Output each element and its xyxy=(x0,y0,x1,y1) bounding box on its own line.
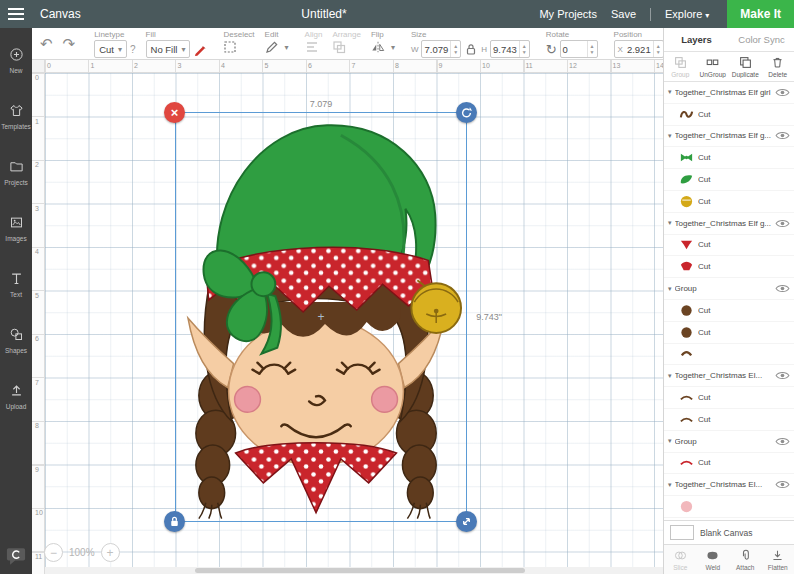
linetype-select[interactable]: Cut▾ xyxy=(94,40,127,58)
chevron-expand-icon[interactable]: ▾ xyxy=(668,437,672,445)
zoom-in-button[interactable]: + xyxy=(101,543,120,562)
position-x-field[interactable]: X 2.921 ▲▼ xyxy=(614,40,663,58)
sidebar-item-projects[interactable]: Projects xyxy=(0,144,32,200)
hamburger-menu-icon[interactable] xyxy=(0,0,32,28)
top-menu: My Projects Save Explore▾ Make It xyxy=(539,0,794,28)
layer-row[interactable]: Cut xyxy=(664,235,794,257)
layer-group-row[interactable]: ▾Together_Christmas El... xyxy=(664,365,794,387)
zoom-out-button[interactable]: − xyxy=(44,543,63,562)
layer-group-row[interactable]: ▾Together_Christmas Elf girl xyxy=(664,82,794,104)
edit-pencil-icon[interactable] xyxy=(265,40,279,54)
eye-visibility-icon[interactable] xyxy=(775,479,790,490)
ruler-number: 8 xyxy=(35,422,39,429)
layer-group-row[interactable]: ▾Group xyxy=(664,278,794,300)
attach-button[interactable]: Attach xyxy=(729,549,762,571)
layer-group-row[interactable]: ▾Together_Christmas Elf g... xyxy=(664,126,794,148)
resize-handle[interactable] xyxy=(456,511,477,532)
ruler-number: 7 xyxy=(352,62,356,69)
edit-group: Edit ▾ xyxy=(260,28,294,59)
redo-icon[interactable]: ↷ xyxy=(63,35,76,53)
weld-button[interactable]: Weld xyxy=(697,549,730,571)
eye-visibility-icon[interactable] xyxy=(775,87,790,98)
layer-row[interactable]: Cut xyxy=(664,409,794,431)
layer-row[interactable] xyxy=(664,344,794,366)
horizontal-scrollbar[interactable] xyxy=(45,567,663,574)
action-label: Slice xyxy=(673,564,687,571)
eye-visibility-icon[interactable] xyxy=(775,218,790,229)
eye-visibility-icon[interactable] xyxy=(775,130,790,141)
layer-row[interactable]: Cut xyxy=(664,453,794,475)
deselect-icon[interactable] xyxy=(223,40,237,54)
delete-button[interactable]: Delete xyxy=(762,56,794,78)
chevron-expand-icon[interactable]: ▾ xyxy=(668,88,672,96)
menu-explore[interactable]: Explore▾ xyxy=(665,8,709,20)
rotate-steppers[interactable]: ▲▼ xyxy=(587,41,597,57)
layer-row[interactable]: Cut xyxy=(664,169,794,191)
eye-visibility-icon[interactable] xyxy=(775,436,790,447)
selection-bounding-box[interactable]: 7.079 9.743" + × xyxy=(175,112,467,522)
flatten-button[interactable]: Flatten xyxy=(762,549,794,571)
slice-button[interactable]: Slice xyxy=(664,549,697,571)
duplicate-button[interactable]: Duplicate xyxy=(729,56,762,78)
layer-group-row[interactable]: ▾Together_Christmas Elf g... xyxy=(664,213,794,235)
sidebar-item-upload[interactable]: Upload xyxy=(0,368,32,424)
width-field[interactable]: 7.079 ▲▼ xyxy=(421,40,461,58)
layer-row[interactable]: Cut xyxy=(664,387,794,409)
make-it-button[interactable]: Make It xyxy=(727,0,794,28)
layer-label: Cut xyxy=(698,110,790,119)
menu-my-projects[interactable]: My Projects xyxy=(539,8,596,20)
chevron-down-icon[interactable]: ▾ xyxy=(285,43,289,52)
sidebar-item-new[interactable]: New xyxy=(0,32,32,88)
canvas-area[interactable]: 01234567891011121314 01234567891011 xyxy=(32,60,663,574)
fill-select[interactable]: No Fill▾ xyxy=(146,40,191,58)
layer-row[interactable]: Cut xyxy=(664,300,794,322)
chevron-expand-icon[interactable]: ▾ xyxy=(668,132,672,140)
layers-panel-actions: GroupUnGroupDuplicateDelete xyxy=(664,52,794,82)
layer-row[interactable]: Cut xyxy=(664,147,794,169)
sidebar-item-shapes[interactable]: Shapes xyxy=(0,312,32,368)
layer-row[interactable] xyxy=(664,496,794,518)
rotate-handle[interactable] xyxy=(456,102,477,123)
chevron-expand-icon[interactable]: ▾ xyxy=(668,219,672,227)
sidebar-item-text[interactable]: Text xyxy=(0,256,32,312)
position-label: Position xyxy=(614,30,663,39)
scrollbar-thumb[interactable] xyxy=(195,568,525,573)
layer-group-row[interactable]: ▾Group xyxy=(664,431,794,453)
chevron-down-icon[interactable]: ▾ xyxy=(391,43,395,52)
chevron-expand-icon[interactable]: ▾ xyxy=(668,285,672,293)
x-steppers[interactable]: ▲▼ xyxy=(653,41,663,57)
delete-handle[interactable]: × xyxy=(164,102,185,123)
eye-visibility-icon[interactable] xyxy=(775,370,790,381)
tab-layers[interactable]: Layers xyxy=(664,34,729,45)
document-title[interactable]: Untitled* xyxy=(301,7,346,21)
rotate-icon[interactable]: ↻ xyxy=(546,42,557,57)
chevron-expand-icon[interactable]: ▾ xyxy=(668,481,672,489)
sidebar-item-images[interactable]: Images xyxy=(0,200,32,256)
aspect-lock-icon[interactable] xyxy=(464,42,478,56)
layer-row[interactable]: Cut xyxy=(664,322,794,344)
help-icon[interactable]: ? xyxy=(130,44,136,55)
blank-canvas-row[interactable]: Blank Canvas xyxy=(664,520,794,544)
layer-row[interactable]: Cut xyxy=(664,191,794,213)
layer-group-row[interactable]: ▾Together_Christmas El... xyxy=(664,474,794,496)
pen-icon[interactable] xyxy=(193,42,207,56)
layer-thumbnail xyxy=(679,346,694,361)
chat-bubble-icon[interactable] xyxy=(6,546,26,568)
menu-save[interactable]: Save xyxy=(611,8,636,20)
layer-row[interactable]: Cut xyxy=(664,256,794,278)
tab-color-sync[interactable]: Color Sync xyxy=(729,34,794,45)
chevron-expand-icon[interactable]: ▾ xyxy=(668,372,672,380)
undo-icon[interactable]: ↶ xyxy=(40,35,53,53)
width-steppers[interactable]: ▲▼ xyxy=(450,41,460,57)
ungroup-button[interactable]: UnGroup xyxy=(697,56,730,78)
sidebar-item-templates[interactable]: Templates xyxy=(0,88,32,144)
group-button[interactable]: Group xyxy=(664,56,697,78)
height-steppers[interactable]: ▲▼ xyxy=(519,41,529,57)
layer-row[interactable]: Cut xyxy=(664,104,794,126)
flip-icon[interactable] xyxy=(371,40,385,54)
rotate-field[interactable]: 0 ▲▼ xyxy=(560,40,598,58)
canvas-grid[interactable]: 7.079 9.743" + × xyxy=(45,73,663,574)
eye-visibility-icon[interactable] xyxy=(775,283,790,294)
height-field[interactable]: 9.743 ▲▼ xyxy=(490,40,530,58)
lock-handle[interactable] xyxy=(164,511,185,532)
